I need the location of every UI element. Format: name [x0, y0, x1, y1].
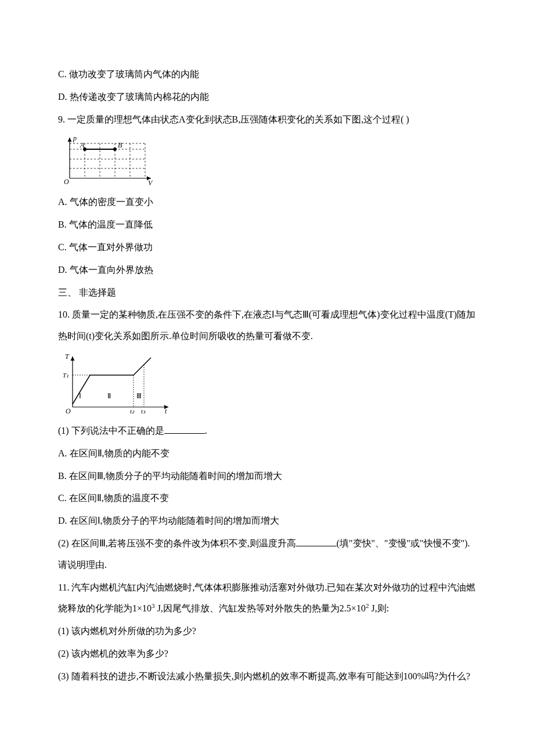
- origin-label: O: [64, 178, 69, 186]
- axis-t-label: t: [165, 407, 167, 415]
- question-9: 9. 一定质量的理想气体由状态A变化到状态B,压强随体积变化的关系如下图,这个过…: [58, 109, 476, 131]
- blank-2: [296, 537, 337, 546]
- q10-sub1-period: .: [205, 426, 207, 435]
- q11-text-b: J,因尾气排放、汽缸发热等对外散失的热量为2.5×10: [155, 603, 366, 613]
- q11-sub3: (3) 随着科技的进步,不断设法减小热量损失,则内燃机的效率不断提高,效率有可能…: [58, 666, 476, 687]
- q10-option-d: D. 在区间Ⅰ,物质分子的平均动能随着时间的增加而增大: [58, 510, 476, 532]
- q10-option-c: C. 在区间Ⅱ,物质的温度不变: [58, 488, 476, 509]
- origin-label-2: O: [66, 407, 71, 415]
- q10-sub1: (1) 下列说法中不正确的是.: [58, 420, 476, 442]
- option-d: D. 热传递改变了玻璃筒内棉花的内能: [58, 87, 476, 108]
- q11-sub1: (1) 该内燃机对外所做的功为多少?: [58, 621, 476, 642]
- t2-label: t₂: [130, 408, 135, 415]
- region-3-label: Ⅲ: [136, 391, 142, 400]
- region-2-label: Ⅱ: [107, 391, 111, 400]
- figure-pv-diagram: p V O A B: [58, 135, 476, 187]
- t3-label: t₃: [141, 408, 146, 415]
- q10-option-a: A. 在区间Ⅱ,物质的内能不变: [58, 443, 476, 465]
- axis-T-label: T: [65, 352, 70, 361]
- svg-point-13: [113, 147, 117, 151]
- axis-v-label: V: [148, 179, 153, 187]
- q9-option-d: D. 气体一直向外界放热: [58, 260, 476, 281]
- q10-sub2: (2) 在区间Ⅲ,若将压强不变的条件改为体积不变,则温度升高(填"变快"、"变慢…: [58, 533, 476, 576]
- option-c: C. 做功改变了玻璃筒内气体的内能: [58, 64, 476, 85]
- q9-option-c: C. 气体一直对外界做功: [58, 237, 476, 258]
- axis-p-label: p: [73, 135, 77, 142]
- question-11: 11. 汽车内燃机汽缸内汽油燃烧时,气体体积膨胀推动活塞对外做功.已知在某次对外…: [58, 577, 476, 620]
- q9-option-b: B. 气体的温度一直降低: [58, 214, 476, 236]
- point-b-label: B: [118, 141, 122, 149]
- point-a-label: A: [80, 141, 85, 149]
- q10-sub1-text: (1) 下列说法中不正确的是: [58, 426, 164, 435]
- q9-option-a: A. 气体的密度一直变小: [58, 192, 476, 213]
- q11-sub2: (2) 该内燃机的效率为多少?: [58, 643, 476, 665]
- region-1-label: Ⅰ: [79, 391, 81, 400]
- question-10: 10. 质量一定的某种物质,在压强不变的条件下,在液态Ⅰ与气态Ⅲ(可看成理想气体…: [58, 304, 476, 347]
- q11-text-c: J,则:: [369, 603, 389, 613]
- section-3-heading: 三、 非选择题: [58, 282, 476, 304]
- figure-temperature-time: T T₁ O t t₂ t₃ Ⅰ Ⅱ Ⅲ: [58, 352, 476, 416]
- q10-option-b: B. 在区间Ⅲ,物质分子的平均动能随着时间的增加而增大: [58, 466, 476, 487]
- blank-1: [164, 424, 205, 434]
- q10-sub2-text-a: (2) 在区间Ⅲ,若将压强不变的条件改为体积不变,则温度升高: [58, 538, 296, 548]
- T1-label: T₁: [63, 372, 68, 379]
